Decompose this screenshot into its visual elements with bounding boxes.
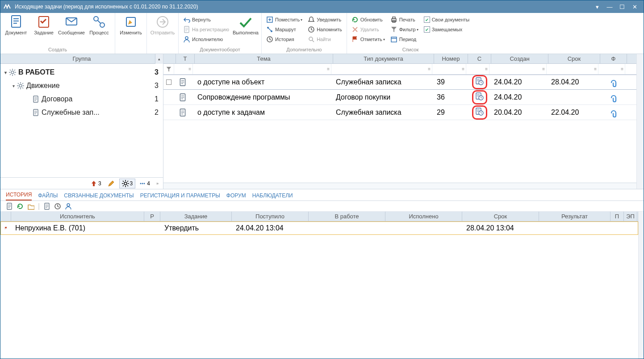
grid-header-number[interactable]: Номер: [434, 54, 468, 63]
route-button[interactable]: Маршрут: [264, 25, 304, 34]
hcol-p[interactable]: П: [611, 212, 624, 221]
window-maximize-button[interactable]: ☐: [616, 2, 628, 12]
tree-footer-edit[interactable]: [105, 179, 118, 188]
titlebar: Исходящие задачи (период для исполненных…: [0, 0, 644, 13]
window-close-button[interactable]: ✕: [628, 2, 641, 12]
collapse-panel-icon[interactable]: ▴: [155, 54, 163, 64]
done-button[interactable]: Выполнена: [232, 14, 259, 46]
grid-header-doctype[interactable]: Тип документа: [333, 54, 434, 63]
notify-button[interactable]: Уведомить: [306, 15, 344, 25]
filter-number[interactable]: ≡: [432, 64, 466, 74]
grid-header-attach[interactable]: Ф: [600, 54, 627, 63]
tab-history[interactable]: ИСТОРИЯ: [6, 192, 32, 200]
mark-button[interactable]: Отметить▾: [350, 34, 387, 44]
toolbar-folder-icon[interactable]: [27, 203, 34, 210]
tab-linked-docs[interactable]: СВЯЗАННЫЕ ДОКУМЕНТЫ: [64, 192, 134, 200]
tree-panel: Группа ▴ ▾В РАБОТЕ3▾Движение3Договора1Сл…: [0, 54, 163, 189]
document-button[interactable]: Документ: [2, 14, 30, 46]
hcol-r[interactable]: Р: [144, 212, 160, 221]
tree-node-count: 1: [150, 95, 159, 103]
tree-footer-share[interactable]: 4: [136, 179, 153, 188]
tab-forum[interactable]: ФОРУМ: [226, 192, 246, 200]
hcol-inwork[interactable]: В работе: [309, 212, 385, 221]
tree-twisty-icon[interactable]: ▾: [2, 70, 8, 75]
filter-due[interactable]: ≡: [547, 64, 598, 74]
history-button[interactable]: История: [264, 34, 304, 44]
grid-header-checkbox[interactable]: [163, 54, 176, 63]
tree-footer-upload[interactable]: 3: [88, 179, 104, 188]
grid-row[interactable]: о доступе на объектСлужебная записка3924…: [163, 75, 636, 90]
process-button[interactable]: Процесс: [85, 14, 113, 46]
hcol-result[interactable]: Результат: [539, 212, 611, 221]
toolbar-doc-icon[interactable]: [6, 203, 13, 210]
vertical-scrollbar[interactable]: [636, 54, 644, 189]
grid-row[interactable]: Сопровождение программыДоговор покупки36…: [163, 90, 636, 105]
find-button: Найти: [306, 34, 344, 44]
filter-icon[interactable]: [163, 64, 174, 74]
window-dropdown-button[interactable]: ▾: [591, 2, 603, 12]
checkbox-icon: ✔: [424, 17, 430, 23]
tree-twisty-icon[interactable]: ▾: [10, 83, 17, 88]
tree-footer-more[interactable]: »: [154, 179, 161, 188]
toolbar-copy-icon[interactable]: [43, 203, 50, 210]
to-executor-button[interactable]: Исполнителю: [181, 34, 231, 44]
grid-row[interactable]: о доступе к задачамСлужебная записка2920…: [163, 105, 636, 120]
row-checkbox[interactable]: [163, 90, 176, 104]
grid-header-due[interactable]: Срок: [548, 54, 600, 63]
place-button[interactable]: Поместить▾: [264, 15, 304, 25]
hcol-task[interactable]: Задание: [160, 212, 232, 221]
tab-registration[interactable]: РЕГИСТРАЦИЯ И ПАРАМЕТРЫ: [140, 192, 220, 200]
grid-header-status[interactable]: С: [468, 54, 491, 63]
history-icon: [266, 36, 273, 43]
cell-due: 22.04.20: [548, 105, 600, 120]
edit-button[interactable]: Изменить: [117, 14, 145, 46]
row-checkbox[interactable]: [163, 75, 176, 89]
toolbar-clock-icon[interactable]: [54, 203, 61, 210]
toolbar-user-icon[interactable]: [65, 203, 72, 210]
print-button[interactable]: Печать: [389, 15, 420, 25]
content-split: Группа ▴ ▾В РАБОТЕ3▾Движение3Договора1Сл…: [0, 54, 644, 189]
vertical-scrollbar[interactable]: [638, 212, 644, 359]
return-button[interactable]: Вернуть: [181, 15, 231, 25]
period-button[interactable]: Период: [389, 34, 420, 44]
tree-header[interactable]: Группа ▴: [0, 54, 163, 64]
message-button[interactable]: Сообщение: [58, 14, 85, 46]
filter-status[interactable]: ≡: [466, 64, 489, 74]
tree-node[interactable]: Договора1: [0, 92, 163, 106]
mydocs-check[interactable]: ✔Свои документы: [422, 15, 472, 25]
hcol-executor[interactable]: Исполнитель: [11, 212, 144, 221]
filter-button[interactable]: Фильтр▾: [389, 25, 420, 34]
filter-subject[interactable]: ≡: [193, 64, 331, 74]
filter-type[interactable]: ≡: [174, 64, 193, 74]
history-row[interactable]: Непрухина Е.В. (701) Утвердить 24.04.20 …: [0, 221, 638, 235]
subs-check[interactable]: ✔Замещаемых: [422, 25, 472, 34]
filter-attach[interactable]: ≡: [598, 64, 625, 74]
task-button[interactable]: Задание: [30, 14, 58, 46]
remind-button[interactable]: Напомнить: [306, 25, 344, 34]
cell-due: 28.04.20 13:04: [463, 222, 539, 234]
hcol-due[interactable]: Срок: [462, 212, 539, 221]
app-window: Исходящие задачи (период для исполненных…: [0, 0, 644, 359]
filter-created[interactable]: ≡: [489, 64, 547, 74]
filter-doctype[interactable]: ≡: [331, 64, 432, 74]
toolbar-refresh-icon[interactable]: [17, 203, 24, 210]
tree-node[interactable]: ▾Движение3: [0, 79, 163, 92]
cell-subject: Сопровождение программы: [195, 90, 333, 104]
grid-header-type[interactable]: Т: [176, 54, 195, 63]
hcol-done[interactable]: Исполнено: [385, 212, 462, 221]
hcol-received[interactable]: Поступило: [232, 212, 309, 221]
hcol-icon[interactable]: [0, 212, 11, 221]
tree-footer-gears[interactable]: 3: [119, 179, 136, 188]
gear-icon: [17, 82, 25, 90]
window-minimize-button[interactable]: —: [603, 2, 616, 12]
cell-created: 24.04.20: [491, 90, 548, 104]
tab-watchers[interactable]: НАБЛЮДАТЕЛИ: [252, 192, 293, 200]
tab-files[interactable]: ФАЙЛЫ: [38, 192, 58, 200]
refresh-button[interactable]: Обновить: [350, 15, 387, 25]
hcol-ep[interactable]: ЭП: [624, 212, 637, 221]
grid-header-subject[interactable]: Тема: [195, 54, 333, 63]
row-checkbox[interactable]: [163, 105, 176, 120]
tree-node[interactable]: Служебные зап...2: [0, 106, 163, 119]
tree-node[interactable]: ▾В РАБОТЕ3: [0, 66, 163, 79]
grid-header-created[interactable]: Создан: [491, 54, 548, 63]
